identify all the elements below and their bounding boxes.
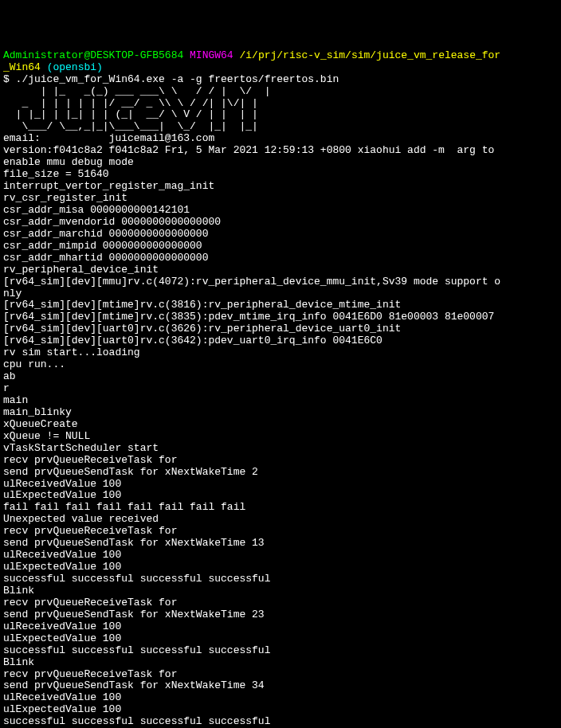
output-ulexp-4: ulExpectedValue 100 bbox=[3, 703, 121, 715]
output-send-1: send prvQueueSendTask for xNextWakeTime … bbox=[3, 466, 258, 478]
output-success-3: successful successful successful success… bbox=[3, 715, 270, 727]
output-ivr: interrupt_vertor_register_mag_init bbox=[3, 180, 214, 192]
output-r: r bbox=[3, 382, 10, 394]
output-xqc: xQueueCreate bbox=[3, 418, 78, 430]
output-mtime1: [rv64_sim][dev][mtime]rv.c(3816):rv_peri… bbox=[3, 299, 401, 311]
output-send-4: send prvQueueSendTask for xNextWakeTime … bbox=[3, 679, 265, 691]
output-csr3: csr_addr_marchid 0000000000000000 bbox=[3, 228, 208, 240]
ascii-art-3: | |_| | |_| | | (_| __/ \ V / | | | | bbox=[3, 108, 258, 120]
output-cpurun: cpu run... bbox=[3, 358, 65, 370]
output-csr1: csr_addr_misa 0000000000142101 bbox=[3, 204, 190, 216]
prompt-path-2: _Win64 bbox=[3, 61, 41, 73]
command-line[interactable]: $ ./juice_vm_for_Win64.exe -a -g freerto… bbox=[3, 73, 339, 85]
prompt-user: Administrator@DESKTOP-GFB5684 bbox=[3, 49, 183, 61]
output-send-2: send prvQueueSendTask for xNextWakeTime … bbox=[3, 537, 265, 549]
output-csr2: csr_addr_mvendorid 0000000000000000 bbox=[3, 216, 221, 228]
output-unexp: Unexpected value received bbox=[3, 513, 159, 525]
output-email: email: juicemail@163.com bbox=[3, 132, 214, 144]
output-xqn: xQueue != NULL bbox=[3, 430, 90, 442]
terminal-output: Administrator@DESKTOP-GFB5684 MINGW64 /i… bbox=[3, 49, 500, 728]
output-blink-2: Blink bbox=[3, 656, 34, 668]
output-blink-1: Blink bbox=[3, 585, 34, 597]
output-main: main bbox=[3, 394, 28, 406]
output-csr5: csr_addr_mhartid 0000000000000000 bbox=[3, 252, 208, 264]
output-uart1: [rv64_sim][dev][uart0]rv.c(3626):rv_peri… bbox=[3, 323, 401, 335]
output-ulrecv-4: ulReceivedValue 100 bbox=[3, 691, 121, 703]
output-mtime2: [rv64_sim][dev][mtime]rv.c(3835):pdev_mt… bbox=[3, 311, 494, 323]
output-version: version:f041c8a2 f041c8a2 Fri, 5 Mar 202… bbox=[3, 144, 494, 156]
output-ulrecv-2: ulReceivedValue 100 bbox=[3, 549, 121, 561]
output-success-1: successful successful successful success… bbox=[3, 573, 270, 585]
output-vtask: vTaskStartScheduler start bbox=[3, 442, 159, 454]
output-uart2: [rv64_sim][dev][uart0]rv.c(3642):pdev_ua… bbox=[3, 335, 382, 346]
ascii-art-2: _ | | | | | |/ __/ _ \\ \ / /| |\/| | bbox=[3, 97, 258, 109]
output-recv-3: recv prvQueueReceiveTask for bbox=[3, 597, 177, 609]
output-recv-2: recv prvQueueReceiveTask for bbox=[3, 525, 177, 537]
prompt-branch: (opensbi) bbox=[47, 61, 103, 73]
output-send-3: send prvQueueSendTask for xNextWakeTime … bbox=[3, 609, 265, 620]
output-recv-4: recv prvQueueReceiveTask for bbox=[3, 668, 177, 680]
output-ulexp-1: ulExpectedValue 100 bbox=[3, 489, 121, 501]
ascii-art-4: \___/ \__,_|_|\___\___| \_/ |_| |_| bbox=[3, 120, 258, 132]
output-filesize: file_size = 51640 bbox=[3, 168, 109, 180]
prompt-host: MINGW64 bbox=[190, 49, 233, 61]
output-ulrecv-3: ulReceivedValue 100 bbox=[3, 620, 121, 632]
prompt-path: /i/prj/risc-v_sim/sim/juice_vm_release_f… bbox=[239, 49, 500, 61]
output-ulexp-2: ulExpectedValue 100 bbox=[3, 561, 121, 573]
output-csr-init: rv_csr_register_init bbox=[3, 192, 128, 204]
output-csr4: csr_addr_mimpid 0000000000000000 bbox=[3, 240, 202, 252]
output-ulrecv-1: ulReceivedValue 100 bbox=[3, 478, 121, 490]
output-version2: enable mmu debug mode bbox=[3, 156, 134, 168]
output-ulexp-3: ulExpectedValue 100 bbox=[3, 632, 121, 644]
output-mmu2: nly bbox=[3, 288, 22, 299]
output-ab: ab bbox=[3, 370, 16, 382]
ascii-art-1: | |_ _(_) ___ ___\ \ / / | \/ | bbox=[3, 85, 270, 97]
output-mmu1: [rv64_sim][dev][mmu]rv.c(4072):rv_periph… bbox=[3, 276, 500, 288]
output-periph-init: rv_peripheral_device_init bbox=[3, 264, 159, 276]
output-success-2: successful successful successful success… bbox=[3, 644, 270, 656]
output-recv-1: recv prvQueueReceiveTask for bbox=[3, 454, 177, 466]
output-blinky: main_blinky bbox=[3, 406, 72, 418]
output-start: rv sim start...loading bbox=[3, 346, 140, 358]
output-fail: fail fail fail fail fail fail fail fail bbox=[3, 501, 245, 513]
